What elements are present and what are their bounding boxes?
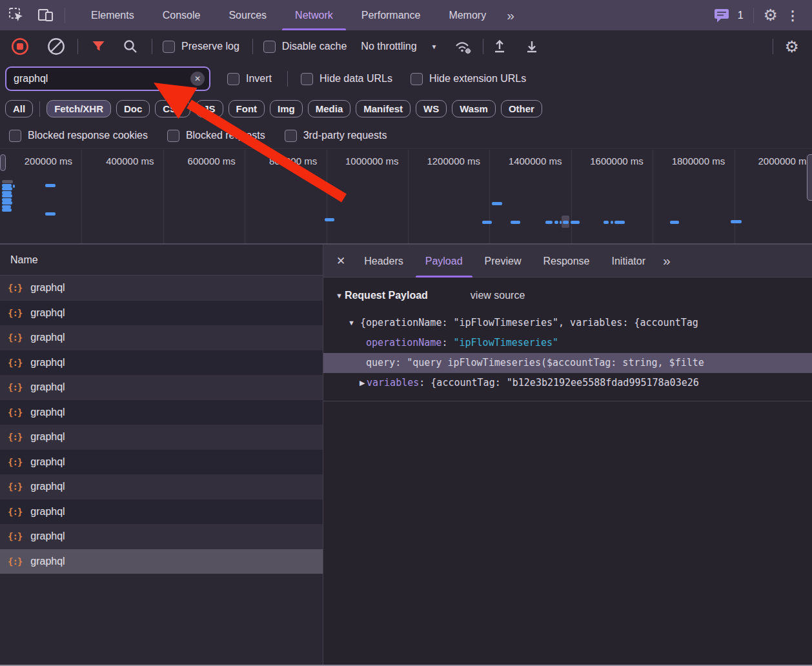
triangle-right-icon[interactable]: ▶: [360, 373, 365, 393]
name-column-header[interactable]: Name: [0, 245, 323, 276]
tab-sources[interactable]: Sources: [214, 0, 281, 30]
table-row[interactable]: {:}graphql: [0, 375, 323, 400]
close-icon[interactable]: ✕: [336, 254, 345, 268]
timeline-label: 1800000 ms: [653, 156, 725, 166]
chip-wasm[interactable]: Wasm: [452, 100, 496, 117]
menu-dots-icon[interactable]: ⋮: [782, 8, 803, 23]
table-row[interactable]: {:}graphql: [0, 425, 323, 450]
filter-input-value: graphql: [14, 73, 48, 85]
tab-console[interactable]: Console: [148, 0, 215, 30]
chip-media[interactable]: Media: [308, 100, 351, 117]
divider: [252, 39, 253, 54]
chip-css[interactable]: CSS: [155, 100, 190, 117]
tab-elements[interactable]: Elements: [77, 0, 148, 30]
checkbox-box[interactable]: [411, 73, 423, 85]
export-har-icon[interactable]: [521, 35, 543, 57]
invert-checkbox[interactable]: Invert: [227, 73, 272, 85]
timeline-bar: [45, 184, 56, 187]
blocked-requests-checkbox[interactable]: Blocked requests: [167, 130, 265, 142]
payload-segment: :: [419, 377, 431, 388]
table-row[interactable]: {:}graphql: [0, 325, 323, 350]
checkbox-box[interactable]: [163, 41, 175, 53]
view-source-toggle[interactable]: view source: [471, 290, 525, 301]
table-row[interactable]: {:}graphql: [0, 500, 323, 525]
timeline-overview[interactable]: 200000 ms400000 ms600000 ms800000 ms1000…: [0, 150, 812, 245]
detail-tab-initiator[interactable]: Initiator: [601, 245, 656, 278]
checkbox-box[interactable]: [301, 73, 313, 85]
issues-chat-icon[interactable]: [711, 5, 733, 26]
table-row[interactable]: {:}graphql: [0, 549, 323, 574]
third-party-requests-checkbox[interactable]: 3rd-party requests: [285, 130, 387, 142]
timeline-bar: [611, 221, 613, 224]
chip-doc[interactable]: Doc: [116, 100, 150, 117]
request-payload-section-header[interactable]: ▼ Request Payload view source: [323, 285, 812, 306]
blocked-response-cookies-checkbox[interactable]: Blocked response cookies: [9, 130, 148, 142]
timeline-bar: [563, 221, 569, 224]
table-row[interactable]: {:}graphql: [0, 301, 323, 326]
checkbox-box[interactable]: [167, 130, 179, 142]
chip-other[interactable]: Other: [501, 100, 542, 117]
hide-extension-urls-checkbox[interactable]: Hide extension URLs: [411, 73, 526, 85]
chip-img[interactable]: Img: [270, 100, 303, 117]
import-har-icon[interactable]: [489, 35, 511, 57]
payload-row[interactable]: operationName: "ipFlowTimeseries": [323, 333, 812, 353]
disable-cache-checkbox[interactable]: Disable cache: [263, 41, 347, 53]
table-row[interactable]: {:}graphql: [0, 474, 323, 500]
table-row[interactable]: {:}graphql: [0, 400, 323, 425]
throttling-dropdown[interactable]: No throttling ▼: [361, 41, 437, 52]
filter-input[interactable]: graphql ✕: [5, 66, 210, 91]
checkbox-box[interactable]: [9, 130, 21, 142]
search-icon[interactable]: [119, 35, 141, 57]
network-conditions-icon[interactable]: [452, 35, 474, 57]
section-title: Request Payload: [345, 290, 428, 301]
filter-funnel-icon[interactable]: [87, 35, 109, 57]
payload-segment: {operationName: "ipFlowTimeseries", vari…: [360, 317, 698, 328]
payload-row[interactable]: ▼{operationName: "ipFlowTimeseries", var…: [323, 313, 812, 333]
network-settings-gear-icon[interactable]: ⚙: [785, 39, 799, 55]
device-toolbar-icon[interactable]: [35, 5, 57, 26]
detail-tab-payload[interactable]: Payload: [414, 245, 474, 278]
tab-performance[interactable]: Performance: [347, 0, 435, 30]
request-name: graphql: [30, 506, 65, 518]
table-row[interactable]: {:}graphql: [0, 524, 323, 549]
chip-ws[interactable]: WS: [416, 100, 447, 117]
triangle-down-icon[interactable]: ▼: [336, 292, 343, 299]
hide-data-urls-checkbox[interactable]: Hide data URLs: [301, 73, 392, 85]
timeline-right-handle[interactable]: [807, 154, 812, 201]
table-row[interactable]: {:}graphql: [0, 450, 323, 475]
tab-memory[interactable]: Memory: [434, 0, 500, 30]
detail-tab-preview[interactable]: Preview: [474, 245, 533, 278]
chip-all[interactable]: All: [5, 100, 33, 117]
json-braces-icon: {:}: [8, 481, 22, 492]
more-tabs-icon[interactable]: »: [500, 8, 522, 23]
settings-gear-icon[interactable]: ⚙: [764, 7, 778, 23]
table-row[interactable]: {:}graphql: [0, 350, 323, 376]
inspect-element-icon[interactable]: [5, 5, 27, 26]
clear-filter-icon[interactable]: ✕: [190, 72, 205, 86]
clear-button[interactable]: [45, 35, 67, 57]
preserve-log-checkbox[interactable]: Preserve log: [163, 41, 239, 53]
checkbox-box[interactable]: [285, 130, 297, 142]
table-row[interactable]: {:}graphql: [0, 276, 323, 301]
timeline-bar: [614, 221, 625, 224]
checkbox-box[interactable]: [263, 41, 276, 53]
detail-tab-response[interactable]: Response: [532, 245, 600, 278]
triangle-down-icon[interactable]: ▼: [348, 313, 355, 333]
tab-network[interactable]: Network: [281, 0, 347, 30]
detail-tab-headers[interactable]: Headers: [353, 245, 414, 278]
record-button[interactable]: [9, 35, 31, 57]
payload-row[interactable]: ▶variables: {accountTag: "b12e3b2192ee55…: [323, 373, 812, 393]
chip-fetch-xhr[interactable]: Fetch/XHR: [46, 100, 111, 117]
timeline-bar: [2, 194, 12, 197]
payload-row[interactable]: query: "query ipFlowTimeseries($accountT…: [323, 353, 812, 373]
divider: [152, 39, 152, 54]
payload-segment: :: [442, 337, 453, 348]
payload-row-text: query: "query ipFlowTimeseries($accountT…: [366, 353, 704, 373]
chip-manifest[interactable]: Manifest: [356, 100, 411, 117]
checkbox-box[interactable]: [227, 73, 239, 85]
timeline-bar: [325, 218, 334, 221]
chip-js[interactable]: JS: [196, 100, 223, 117]
chip-font[interactable]: Font: [228, 100, 265, 117]
more-detail-tabs-icon[interactable]: »: [656, 253, 678, 268]
timeline-label: 200000 ms: [0, 156, 72, 166]
